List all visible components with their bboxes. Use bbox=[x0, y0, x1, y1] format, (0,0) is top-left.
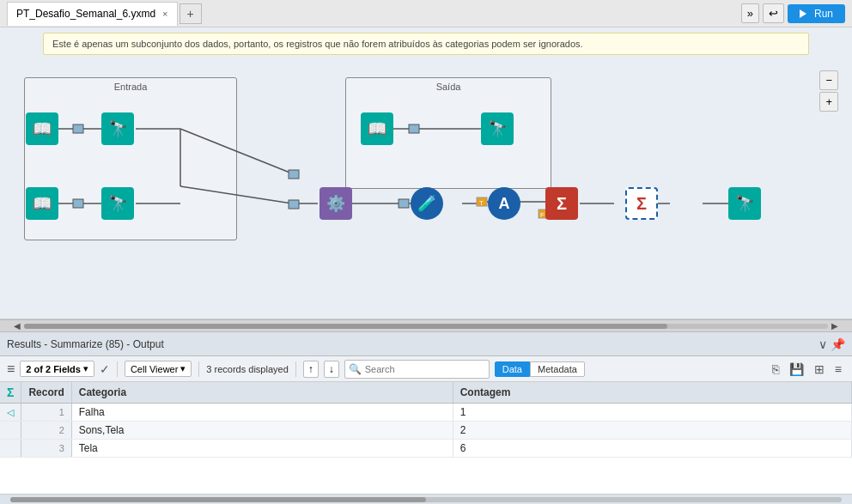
data-meta-tabs: Data Metadata bbox=[495, 361, 585, 377]
row-categoria-1: Falha bbox=[71, 404, 453, 422]
viewer-dropdown-arrow: ▾ bbox=[180, 363, 186, 374]
scrollbar-thumb bbox=[24, 324, 667, 329]
search-input[interactable] bbox=[365, 364, 485, 374]
sigma-icon-selected: Σ bbox=[636, 194, 647, 214]
svg-text:F: F bbox=[540, 211, 545, 219]
tab-data-button[interactable]: Data bbox=[495, 361, 530, 377]
node-browse-1[interactable]: 🔭 bbox=[101, 112, 134, 145]
data-table-container: Σ Record Categoria Contagem ◁ 1 bbox=[0, 382, 852, 494]
bottom-scroll-thumb bbox=[10, 497, 426, 502]
collapse-icon[interactable]: ∨ bbox=[819, 337, 827, 351]
row-icon-1: ◁ bbox=[0, 404, 21, 422]
tab-add-button[interactable]: + bbox=[180, 3, 202, 24]
horizontal-scrollbar[interactable]: ◀ ▶ bbox=[0, 319, 852, 331]
save-button[interactable]: 💾 bbox=[786, 361, 807, 377]
col-header-categoria: Categoria bbox=[71, 382, 453, 404]
node-saida-1[interactable]: 📖 bbox=[361, 112, 393, 145]
row-contagem-2: 2 bbox=[453, 422, 851, 440]
binoculars-icon-1: 🔭 bbox=[108, 119, 127, 138]
info-box: Este é apenas um subconjunto dos dados, … bbox=[43, 33, 809, 55]
viewer-label: Cell Viewer bbox=[131, 364, 178, 374]
row-icon-2 bbox=[0, 422, 21, 440]
node-sigma-selected[interactable]: Σ bbox=[625, 187, 658, 220]
col-header-icon: Σ bbox=[0, 382, 21, 404]
node-saida-browse[interactable]: 🔭 bbox=[481, 112, 514, 145]
canvas-area: Este é apenas um subconjunto dos dados, … bbox=[0, 27, 852, 319]
more-button[interactable]: » bbox=[741, 3, 759, 23]
alpha-symbol: A bbox=[499, 195, 510, 213]
svg-rect-12 bbox=[289, 200, 299, 209]
search-box: 🔍 bbox=[344, 360, 490, 379]
undo-button[interactable]: ↩ bbox=[763, 3, 784, 23]
node-flask[interactable]: 🧪 bbox=[411, 187, 443, 220]
row-icon-toolbar: ≡ bbox=[7, 361, 15, 377]
bottom-scrollbar[interactable] bbox=[0, 494, 852, 504]
binoculars-icon-3: 🔭 bbox=[488, 119, 507, 138]
copy-button[interactable]: ⎘ bbox=[769, 361, 782, 377]
separator-2 bbox=[198, 361, 199, 377]
svg-rect-11 bbox=[289, 170, 299, 179]
node-purple-gear[interactable]: ⚙️ bbox=[320, 187, 352, 220]
run-label: Run bbox=[814, 8, 833, 20]
node-browse-right[interactable]: 🔭 bbox=[728, 187, 761, 220]
flask-icon: 🧪 bbox=[417, 194, 436, 213]
table-row: ◁ 1 Falha 1 bbox=[0, 404, 852, 422]
fields-button[interactable]: 2 of 2 Fields ▾ bbox=[20, 361, 94, 377]
node-browse-2[interactable]: 🔭 bbox=[101, 187, 134, 220]
book-icon-3: 📖 bbox=[368, 119, 386, 138]
binoculars-icon-2: 🔭 bbox=[108, 194, 127, 213]
scroll-left-arrow[interactable]: ◀ bbox=[10, 321, 24, 331]
svg-rect-18 bbox=[399, 199, 409, 208]
tab-bar-right: » ↩ Run bbox=[741, 3, 845, 23]
results-panel: Results - Summarize (85) - Output ∨ 📌 ≡ … bbox=[0, 331, 852, 504]
records-count: 3 records displayed bbox=[206, 364, 288, 374]
node-sigma-1[interactable]: Σ bbox=[545, 187, 578, 220]
record-sum-icon: Σ bbox=[7, 386, 14, 399]
row-num-2: 2 bbox=[21, 422, 71, 440]
rows-icon: ≡ bbox=[7, 361, 15, 377]
menu-button[interactable]: ≡ bbox=[831, 361, 845, 377]
viewer-button[interactable]: Cell Viewer ▾ bbox=[125, 361, 192, 377]
row-num-1: 1 bbox=[21, 404, 71, 422]
table-row: 3 Tela 6 bbox=[0, 440, 852, 458]
scrollbar-track bbox=[24, 324, 828, 329]
tab-metadata-button[interactable]: Metadata bbox=[530, 361, 585, 377]
col-header-contagem: Contagem bbox=[453, 382, 851, 404]
file-tab[interactable]: PT_Desafio_Semanal_6.yxmd × bbox=[7, 2, 178, 26]
node-entrada-2[interactable]: 📖 bbox=[26, 187, 58, 220]
row-icon-3 bbox=[0, 440, 21, 458]
node-entrada-1[interactable]: 📖 bbox=[26, 112, 58, 145]
data-table: Σ Record Categoria Contagem ◁ 1 bbox=[0, 382, 852, 458]
row-contagem-3: 6 bbox=[453, 440, 851, 458]
scroll-right-arrow[interactable]: ▶ bbox=[828, 321, 842, 331]
node-alpha[interactable]: A bbox=[488, 187, 520, 220]
separator-3 bbox=[295, 361, 296, 377]
group-saida-label: Saída bbox=[436, 82, 461, 92]
checkmark-icon[interactable]: ✓ bbox=[100, 362, 110, 376]
group-entrada-label: Entrada bbox=[114, 82, 148, 92]
tab-close-button[interactable]: × bbox=[162, 9, 167, 19]
table-row: 2 Sons,Tela 2 bbox=[0, 422, 852, 440]
nav-down-button[interactable]: ↓ bbox=[324, 361, 339, 378]
row-categoria-3: Tela bbox=[71, 440, 453, 458]
search-icon: 🔍 bbox=[349, 363, 362, 375]
results-title: Results - Summarize (85) - Output bbox=[7, 338, 819, 350]
grid-button[interactable]: ⊞ bbox=[811, 361, 828, 377]
book-icon-2: 📖 bbox=[33, 194, 52, 213]
nav-up-button[interactable]: ↑ bbox=[303, 361, 319, 378]
book-icon-1: 📖 bbox=[33, 119, 52, 138]
workflow-canvas: Entrada Saída bbox=[9, 70, 843, 310]
toolbar-right: ⎘ 💾 ⊞ ≡ bbox=[769, 361, 845, 377]
tab-filename: PT_Desafio_Semanal_6.yxmd bbox=[16, 8, 155, 20]
pin-icon[interactable]: 📌 bbox=[831, 337, 845, 351]
svg-rect-21 bbox=[477, 197, 487, 206]
row-categoria-2: Sons,Tela bbox=[71, 422, 453, 440]
run-icon bbox=[800, 9, 811, 18]
run-button[interactable]: Run bbox=[788, 4, 845, 23]
gear-icon: ⚙️ bbox=[326, 194, 345, 213]
svg-text:T: T bbox=[479, 199, 484, 207]
col-header-record: Record bbox=[21, 382, 71, 404]
fields-count: 2 of 2 Fields bbox=[26, 364, 81, 374]
results-toolbar: ≡ 2 of 2 Fields ▾ ✓ Cell Viewer ▾ 3 reco… bbox=[0, 356, 852, 382]
row-contagem-1: 1 bbox=[453, 404, 851, 422]
